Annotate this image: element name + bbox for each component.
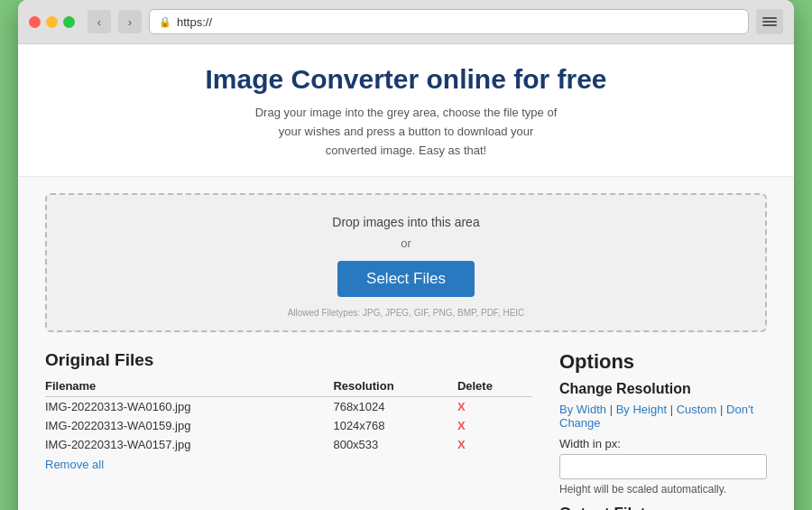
options-title: Options <box>559 350 767 374</box>
files-table: Filename Resolution Delete IMG-20220313-… <box>45 377 532 454</box>
menu-line-2 <box>762 21 777 23</box>
delete-file-button[interactable]: X <box>457 419 466 432</box>
traffic-lights <box>29 16 75 28</box>
page-header: Image Converter online for free Drag you… <box>18 44 794 177</box>
file-name: IMG-20220313-WA0160.jpg <box>45 397 333 417</box>
page-title: Image Converter online for free <box>36 64 776 95</box>
table-row: IMG-20220313-WA0159.jpg 1024x768 X <box>45 416 532 435</box>
file-resolution: 800x533 <box>333 435 457 454</box>
menu-line-1 <box>762 17 777 19</box>
width-label: Width in px: <box>559 437 767 450</box>
sep-1: | <box>610 403 616 416</box>
output-filetype-title: Output Filetype <box>559 505 767 510</box>
original-files-title: Original Files <box>45 350 532 370</box>
back-button[interactable]: ‹ <box>88 10 111 33</box>
remove-all-link[interactable]: Remove all <box>45 458 104 471</box>
file-name: IMG-20220313-WA0157.jpg <box>45 435 333 454</box>
url-text: https:// <box>177 15 212 29</box>
close-button[interactable] <box>29 16 41 28</box>
delete-file-button[interactable]: X <box>457 438 466 451</box>
minimize-button[interactable] <box>46 16 58 28</box>
file-resolution: 1024x768 <box>333 416 457 435</box>
auto-scale-note: Height will be scaled automatically. <box>559 483 767 496</box>
browser-window: ‹ › 🔒 https:// Image Converter online fo… <box>18 0 794 510</box>
page-content: Image Converter online for free Drag you… <box>18 44 794 510</box>
col-filename: Filename <box>45 377 333 397</box>
address-bar[interactable]: 🔒 https:// <box>149 9 749 34</box>
sep-2: | <box>670 403 677 416</box>
lock-icon: 🔒 <box>159 16 171 28</box>
or-text: or <box>65 236 747 250</box>
drop-area[interactable]: Drop images into this area or Select Fil… <box>45 193 767 332</box>
options-panel: Options Change Resolution By Width | By … <box>559 350 767 510</box>
browser-chrome: ‹ › 🔒 https:// <box>18 0 794 44</box>
sep-3: | <box>720 403 726 416</box>
custom-link[interactable]: Custom <box>677 403 717 416</box>
maximize-button[interactable] <box>63 16 75 28</box>
delete-file-button[interactable]: X <box>457 400 466 413</box>
width-input[interactable] <box>559 454 767 479</box>
by-height-link[interactable]: By Height <box>616 403 667 416</box>
select-files-button[interactable]: Select Files <box>337 261 475 297</box>
menu-button[interactable] <box>756 9 783 34</box>
file-resolution: 768x1024 <box>333 397 457 417</box>
by-width-link[interactable]: By Width <box>559 403 606 416</box>
col-delete: Delete <box>457 377 532 397</box>
change-resolution-title: Change Resolution <box>559 381 767 397</box>
table-row: IMG-20220313-WA0157.jpg 800x533 X <box>45 435 532 454</box>
resolution-links: By Width | By Height | Custom | Don't Ch… <box>559 403 767 430</box>
col-resolution: Resolution <box>333 377 457 397</box>
main-columns: Original Files Filename Resolution Delet… <box>18 341 794 510</box>
menu-line-3 <box>762 24 777 26</box>
forward-button[interactable]: › <box>118 10 142 33</box>
file-name: IMG-20220313-WA0159.jpg <box>45 416 333 435</box>
page-subtitle: Drag your image into the grey area, choo… <box>253 104 559 160</box>
drop-text: Drop images into this area <box>65 215 747 229</box>
allowed-filetypes: Allowed Filetypes: JPG, JPEG, GIF, PNG, … <box>65 308 747 318</box>
original-files-panel: Original Files Filename Resolution Delet… <box>45 350 532 510</box>
table-row: IMG-20220313-WA0160.jpg 768x1024 X <box>45 397 532 417</box>
